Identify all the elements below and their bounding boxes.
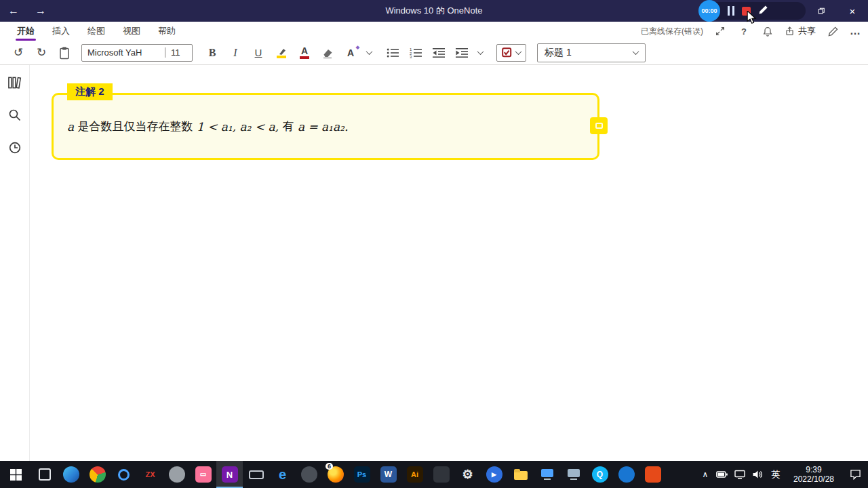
taskbar-app-edge[interactable] [58,461,84,488]
font-size-select[interactable]: 11 [165,47,192,58]
font-options-button[interactable]: A◆ [339,43,362,62]
taskbar-app-onenote[interactable]: N [216,461,243,488]
close-button[interactable]: × [837,0,868,22]
share-button[interactable]: 共享 [785,25,816,37]
left-sidebar [0,65,30,461]
start-button[interactable] [0,461,31,488]
indent-icon [455,47,469,58]
back-button[interactable]: ← [0,0,27,22]
restore-button[interactable] [806,0,837,22]
note-text-segment: 有 [279,119,298,134]
clear-formatting-button[interactable] [316,43,339,62]
indent-button[interactable] [450,43,473,62]
taskbar-app-gray-app[interactable] [163,461,190,488]
battery-button[interactable] [713,461,731,488]
search-icon [8,108,22,122]
tab-绘图[interactable]: 绘图 [79,22,114,41]
italic-button[interactable]: I [224,43,247,62]
network-icon [734,470,745,479]
taskbar-app-chrome[interactable] [84,461,111,488]
taskbar-app-illustrator[interactable]: Ai [401,461,428,488]
mouse-cursor [746,11,757,27]
taskbar-app-media-player[interactable]: ▶ [481,461,507,488]
taskbar-app-dark-app-2[interactable] [428,461,454,488]
recent-notes-button[interactable] [5,138,24,157]
taskbar-clock[interactable]: 9:39 2022/10/28 [785,461,842,488]
taskbar-app-settings[interactable]: ⚙ [454,461,481,488]
taskbar-app-orange-app[interactable] [639,461,666,488]
font-color-button[interactable]: A [293,43,316,62]
note-text[interactable]: a 是合数且仅当存在整数 1 < a₁, a₂ < a, 有 a = a₁a₂. [67,95,348,158]
todo-tag-dropdown[interactable] [496,44,526,62]
notebooks-button[interactable] [5,73,24,92]
taskbar-app-zx-app[interactable]: ZX [137,461,163,488]
action-center-icon [850,469,861,480]
action-center-button[interactable] [842,461,868,488]
zx-app-icon: ZX [142,466,159,483]
tab-label: 帮助 [158,25,176,37]
illustrator-icon: Ai [407,466,423,483]
search-button[interactable] [5,106,24,125]
redo-button[interactable]: ↻ [30,43,53,62]
taskbar-apps: ZX▭Ne6PsWAi⚙▶Q [31,461,666,488]
taskbar-app-keyboard[interactable] [243,461,269,488]
font-name-select[interactable]: Microsoft YaH [82,47,165,58]
taskbar-app-edge-classic[interactable]: e [269,461,296,488]
tab-label: 视图 [123,25,140,37]
taskbar-app-file-explorer[interactable] [507,461,534,488]
chevron-down-icon [515,48,522,55]
font-color-swatch [300,56,309,59]
input-language-button[interactable]: 英 [766,461,785,488]
bilibili-icon: ▭ [195,466,212,483]
tab-label: 插入 [52,25,70,37]
outdent-button[interactable] [427,43,450,62]
more-options-button[interactable]: … [850,25,861,37]
undo-button[interactable]: ↺ [7,43,30,62]
numbered-list-button[interactable]: 1 2 3 [404,43,427,62]
more-list-options-button[interactable] [473,43,487,62]
taskbar-app-photoshop[interactable]: Ps [349,461,375,488]
forward-button[interactable]: → [27,0,54,22]
taskbar-app-monitor-gray[interactable] [560,461,587,488]
note-text-segment: a [67,120,74,134]
page-canvas[interactable]: 注解 2 a 是合数且仅当存在整数 1 < a₁, a₂ < a, 有 a = … [30,65,868,461]
clock-icon [8,141,22,155]
settings-icon: ⚙ [460,466,476,483]
pause-button[interactable] [728,6,734,16]
bullet-list-button[interactable] [381,43,404,62]
taskbar-app-blue-app[interactable] [613,461,639,488]
volume-button[interactable] [749,461,766,488]
highlighter-button[interactable] [270,43,293,62]
underline-button[interactable]: U [247,43,270,62]
outdent-icon [432,47,446,58]
network-button[interactable] [731,461,749,488]
draw-mode-button[interactable] [826,24,840,38]
taskbar-app-bilibili[interactable]: ▭ [190,461,216,488]
ribbon-tabs: 开始插入绘图视图帮助 [0,22,184,41]
taskbar-app-browser-ring[interactable] [111,461,137,488]
window-title: Windows 10 的 OneNote [385,5,482,17]
taskbar-app-firefox[interactable]: 6 [322,461,349,488]
tab-帮助[interactable]: 帮助 [149,22,184,41]
notifications-button[interactable] [761,24,774,38]
note-container[interactable]: 注解 2 a 是合数且仅当存在整数 1 < a₁, a₂ < a, 有 a = … [52,93,599,160]
taskbar-app-qq-browser[interactable]: Q [587,461,613,488]
taskbar-app-dark-app[interactable] [296,461,322,488]
style-dropdown[interactable]: 标题 1 [537,43,646,62]
tab-插入[interactable]: 插入 [43,22,79,41]
hidden-icons-button[interactable]: ∧ [698,461,713,488]
note-handle-icon[interactable] [590,117,608,134]
more-font-options-button[interactable] [362,43,376,62]
fullscreen-button[interactable] [713,24,727,38]
monitor-gray-icon [566,466,582,483]
annotate-pen-button[interactable] [758,5,768,18]
taskbar-app-word[interactable]: W [375,461,401,488]
tab-视图[interactable]: 视图 [114,22,149,41]
taskbar-app-monitor-blue[interactable] [534,461,560,488]
tab-label: 绘图 [87,25,105,37]
bold-button[interactable]: B [201,43,224,62]
tab-开始[interactable]: 开始 [8,22,43,41]
recorder-timer[interactable]: 00:00 [698,0,720,22]
taskbar-app-task-view[interactable] [31,461,58,488]
paste-button[interactable] [53,43,76,62]
